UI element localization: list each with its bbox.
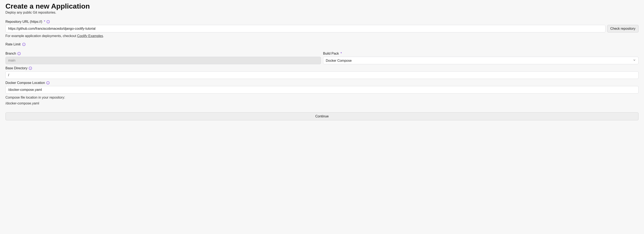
- page-title: Create a new Application: [6, 2, 638, 10]
- coolify-examples-link[interactable]: Coolify Examples: [77, 34, 103, 38]
- branch-input: [6, 57, 321, 64]
- check-repository-button[interactable]: Check repository: [607, 25, 638, 32]
- base-directory-input[interactable]: [6, 71, 638, 79]
- required-asterisk: *: [341, 52, 342, 56]
- info-icon[interactable]: [29, 66, 32, 70]
- docker-compose-location-label: Docker Compose Location: [6, 81, 638, 85]
- compose-file-location-label: Compose file location in your repository…: [6, 96, 638, 100]
- build-pack-select[interactable]: Docker Compose: [323, 57, 638, 64]
- continue-button[interactable]: Continue: [6, 112, 638, 120]
- info-icon[interactable]: [22, 43, 26, 46]
- info-icon[interactable]: [18, 52, 21, 55]
- repo-help-text: For example application deployments, che…: [6, 34, 638, 38]
- info-icon[interactable]: [46, 20, 50, 24]
- compose-file-location-path: /docker-compose.yaml: [6, 102, 638, 105]
- info-icon[interactable]: [46, 81, 50, 84]
- repo-url-label: Repository URL (https://) *: [6, 20, 638, 24]
- required-asterisk: *: [44, 20, 45, 24]
- repo-url-input[interactable]: [6, 25, 606, 32]
- rate-limit-label: Rate Limit: [6, 42, 20, 46]
- branch-label: Branch: [6, 52, 321, 56]
- docker-compose-location-input[interactable]: [6, 86, 638, 94]
- page-subtitle: Deploy any public Git repositories.: [6, 11, 638, 14]
- build-pack-label: Build Pack *: [323, 52, 638, 56]
- base-directory-label: Base Directory: [6, 66, 638, 70]
